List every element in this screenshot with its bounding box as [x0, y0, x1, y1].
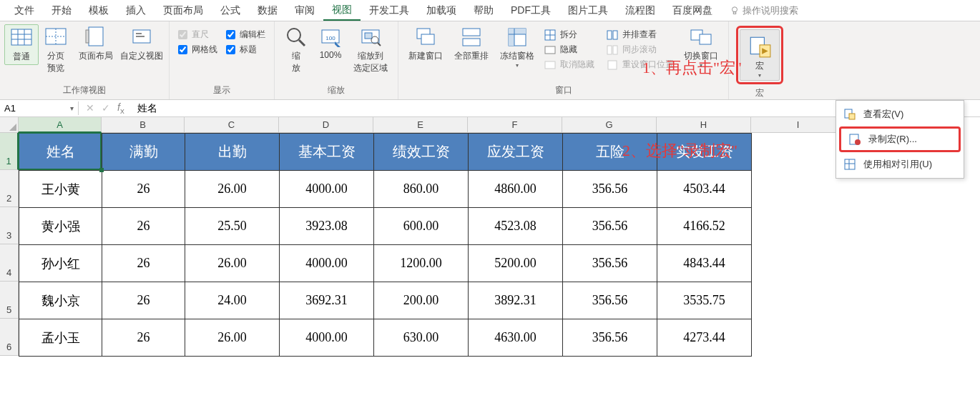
- col-header-H[interactable]: H: [657, 117, 751, 133]
- data-cell[interactable]: 26: [102, 171, 185, 208]
- tab-data[interactable]: 数据: [249, 1, 286, 20]
- insert-function-button[interactable]: fx: [117, 101, 124, 115]
- header-cell[interactable]: 应发工资: [469, 134, 563, 171]
- enter-formula-button[interactable]: ✓: [102, 102, 110, 114]
- tab-pdf-tools[interactable]: PDF工具: [502, 1, 559, 20]
- tab-home[interactable]: 开始: [43, 1, 80, 20]
- data-cell[interactable]: 356.56: [563, 319, 657, 357]
- data-cell[interactable]: 1200.00: [374, 245, 469, 282]
- formula-bar-checkbox[interactable]: 编辑栏: [226, 29, 265, 41]
- data-cell[interactable]: 4523.08: [469, 208, 563, 245]
- data-cell[interactable]: 26: [102, 245, 185, 282]
- header-cell[interactable]: 出勤: [185, 134, 280, 171]
- data-cell[interactable]: 5200.00: [469, 245, 563, 282]
- data-cell[interactable]: 26.00: [185, 245, 280, 282]
- data-cell[interactable]: 356.56: [563, 171, 657, 208]
- zoom-to-selection-button[interactable]: 缩放到 选定区域: [348, 24, 393, 76]
- data-cell[interactable]: 356.56: [563, 245, 657, 282]
- data-cell[interactable]: 魏小京: [19, 282, 102, 319]
- row-header-6[interactable]: 6: [0, 319, 19, 356]
- zoom-button[interactable]: 缩 放: [279, 24, 313, 76]
- view-custom-views-button[interactable]: 自定义视图: [119, 24, 165, 64]
- header-cell[interactable]: 基本工资: [280, 134, 374, 171]
- data-cell[interactable]: 孙小红: [19, 245, 102, 282]
- data-cell[interactable]: 王小黄: [19, 171, 102, 208]
- view-macros-item[interactable]: 查看宏(V): [836, 104, 964, 125]
- data-cell[interactable]: 3892.31: [469, 282, 563, 319]
- new-window-button[interactable]: 新建窗口: [403, 24, 449, 64]
- data-cell[interactable]: 4166.52: [657, 208, 752, 245]
- tab-review[interactable]: 审阅: [286, 1, 323, 20]
- row-header-3[interactable]: 3: [0, 207, 19, 244]
- tab-file[interactable]: 文件: [6, 1, 43, 20]
- data-cell[interactable]: 356.56: [563, 282, 657, 319]
- split-button[interactable]: 拆分: [544, 29, 594, 41]
- data-cell[interactable]: 630.00: [374, 319, 469, 357]
- header-cell[interactable]: 绩效工资: [374, 134, 469, 171]
- tab-template[interactable]: 模板: [80, 1, 117, 20]
- switch-windows-button[interactable]: 切换窗口▾: [678, 24, 724, 70]
- col-header-F[interactable]: F: [468, 117, 562, 133]
- data-cell[interactable]: 4843.44: [657, 245, 752, 282]
- header-cell[interactable]: 姓名: [19, 134, 102, 171]
- row-header-1[interactable]: 1: [0, 133, 19, 170]
- data-cell[interactable]: 26: [102, 208, 185, 245]
- macros-button[interactable]: 宏 ▾: [740, 29, 780, 81]
- data-cell[interactable]: 4000.00: [280, 319, 374, 357]
- data-cell[interactable]: 3692.31: [280, 282, 374, 319]
- cell-grid[interactable]: 姓名 满勤 出勤 基本工资 绩效工资 应发工资 五险 实发工资 王小黄2626.…: [19, 133, 752, 357]
- data-cell[interactable]: 26.00: [185, 319, 280, 357]
- col-header-G[interactable]: G: [562, 117, 657, 133]
- hide-button[interactable]: 隐藏: [544, 44, 594, 56]
- data-cell[interactable]: 200.00: [374, 282, 469, 319]
- data-cell[interactable]: 4273.44: [657, 319, 752, 357]
- use-relative-refs-item[interactable]: 使用相对引用(U): [836, 154, 964, 175]
- view-normal-button[interactable]: 普通: [4, 24, 39, 65]
- data-cell[interactable]: 600.00: [374, 208, 469, 245]
- col-header-C[interactable]: C: [185, 117, 279, 133]
- tab-baidu-netdisk[interactable]: 百度网盘: [664, 1, 721, 20]
- data-cell[interactable]: 4000.00: [280, 245, 374, 282]
- name-box[interactable]: A1▾: [0, 101, 79, 115]
- data-cell[interactable]: 24.00: [185, 282, 280, 319]
- data-cell[interactable]: 4000.00: [280, 171, 374, 208]
- col-header-E[interactable]: E: [373, 117, 468, 133]
- view-page-layout-button[interactable]: 页面布局: [73, 24, 119, 64]
- tab-view[interactable]: 视图: [323, 1, 361, 21]
- data-cell[interactable]: 25.50: [185, 208, 280, 245]
- data-cell[interactable]: 26: [102, 282, 185, 319]
- zoom-100-button[interactable]: 100 100%: [313, 24, 348, 61]
- col-header-B[interactable]: B: [102, 117, 185, 133]
- row-header-5[interactable]: 5: [0, 282, 19, 319]
- view-page-break-button[interactable]: 分页 预览: [39, 24, 73, 76]
- tab-addins[interactable]: 加载项: [418, 1, 465, 20]
- header-cell[interactable]: 五险: [563, 134, 657, 171]
- data-cell[interactable]: 860.00: [374, 171, 469, 208]
- name-box-dropdown-icon[interactable]: ▾: [70, 104, 74, 112]
- record-macro-item[interactable]: 录制宏(R)...: [839, 126, 961, 152]
- col-header-D[interactable]: D: [279, 117, 373, 133]
- headings-checkbox[interactable]: 标题: [226, 44, 265, 56]
- tab-flowchart[interactable]: 流程图: [617, 1, 664, 20]
- gridlines-checkbox[interactable]: 网格线: [178, 44, 217, 56]
- data-cell[interactable]: 356.56: [563, 208, 657, 245]
- select-all-corner[interactable]: [0, 117, 19, 133]
- data-cell[interactable]: 4630.00: [469, 319, 563, 357]
- col-header-I[interactable]: I: [751, 117, 846, 133]
- data-cell[interactable]: 26.00: [185, 171, 280, 208]
- cancel-formula-button[interactable]: ✕: [86, 102, 94, 114]
- tab-developer[interactable]: 开发工具: [361, 1, 418, 20]
- data-cell[interactable]: 3535.75: [657, 282, 752, 319]
- data-cell[interactable]: 3923.08: [280, 208, 374, 245]
- tab-formulas[interactable]: 公式: [212, 1, 249, 20]
- tell-me-search[interactable]: 操作说明搜索: [730, 4, 798, 17]
- arrange-all-button[interactable]: 全部重排: [449, 24, 494, 64]
- row-header-4[interactable]: 4: [0, 244, 19, 282]
- col-header-A[interactable]: A: [19, 117, 102, 133]
- data-cell[interactable]: 4503.44: [657, 171, 752, 208]
- side-by-side-button[interactable]: 并排查看: [607, 29, 674, 41]
- data-cell[interactable]: 26: [102, 319, 185, 357]
- tab-help[interactable]: 帮助: [465, 1, 502, 20]
- row-header-2[interactable]: 2: [0, 170, 19, 207]
- data-cell[interactable]: 黄小强: [19, 208, 102, 245]
